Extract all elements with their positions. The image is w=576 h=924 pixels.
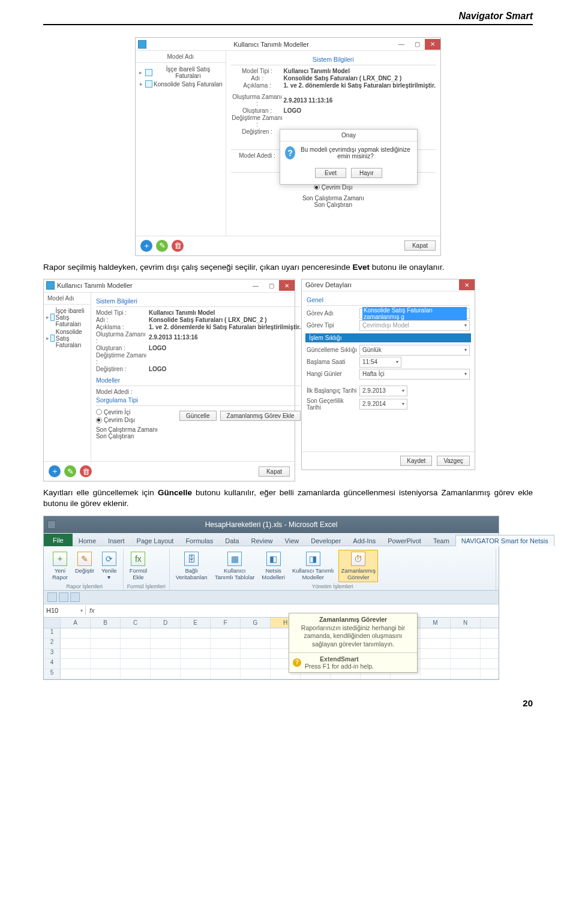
col-header[interactable]: E: [181, 618, 211, 628]
qat-redo-icon[interactable]: [70, 592, 80, 602]
row-header[interactable]: 2: [44, 639, 61, 648]
user-models-button[interactable]: ◨Kullanıcı Tanımlı Modeller: [290, 550, 337, 582]
row-header[interactable]: 4: [44, 659, 61, 669]
task-name-input[interactable]: Konsolide Satış Faturaları zamanlanmış g: [359, 308, 470, 319]
no-button[interactable]: Hayır: [351, 168, 382, 178]
excel-window: HesapHareketleri (1).xls - Microsoft Exc…: [43, 516, 499, 680]
cancel-button[interactable]: Vazgeç: [437, 456, 470, 466]
name-box[interactable]: H10▾: [44, 606, 86, 615]
value: 2.9.2013 11:13:16: [284, 97, 333, 104]
tab-navigator-smart[interactable]: NAVIGATOR Smart for Netsis: [455, 535, 554, 546]
refresh-button[interactable]: ⟳Yenile ▾: [99, 550, 119, 582]
tab-powerpivot[interactable]: PowerPivot: [382, 535, 427, 546]
delete-button[interactable]: 🗑: [80, 465, 92, 477]
col-header[interactable]: C: [121, 618, 151, 628]
start-time-combo[interactable]: 11:54▾: [359, 357, 401, 368]
label: İlk Başlangıç Tarihi: [307, 387, 359, 394]
tab-developer[interactable]: Developer: [305, 535, 347, 546]
row-header[interactable]: 5: [44, 669, 61, 679]
fx-icon: fx: [131, 552, 145, 566]
quick-access-bar-2: [44, 591, 499, 604]
tab-insert[interactable]: Insert: [102, 535, 131, 546]
connected-db-button[interactable]: 🗄Bağlı Veritabanları: [173, 550, 210, 582]
radio-offline[interactable]: Çevrim Dışı: [96, 417, 135, 423]
tab-frequency[interactable]: İşlem Sıklığı: [305, 333, 471, 342]
task-type-combo[interactable]: Çevrimdışı Model▾: [359, 320, 470, 331]
tree-item[interactable]: ▸İşçe ibareli Satış Faturaları: [137, 65, 224, 80]
maximize-button[interactable]: ▢: [409, 39, 425, 50]
tooltip-foot-title: ExtendSmart: [305, 655, 374, 663]
label: Oluşturan :: [231, 107, 284, 114]
col-header[interactable]: M: [421, 618, 451, 628]
model-icon: [145, 80, 152, 88]
delete-button[interactable]: 🗑: [172, 240, 184, 252]
minimize-button[interactable]: —: [394, 39, 409, 50]
tree-item[interactable]: ▸Konsolide Satış Faturaları: [137, 80, 224, 88]
days-combo[interactable]: Hafta İçi▾: [359, 369, 470, 380]
add-scheduled-task-button[interactable]: Zamanlanmış Görev Ekle: [220, 411, 301, 421]
label: Görev Adı: [307, 310, 359, 317]
tooltip-title: Zamanlanmış Görevler: [289, 613, 417, 624]
value: Kullanıcı Tanımlı Model: [284, 68, 350, 74]
minimize-button[interactable]: —: [248, 280, 263, 291]
qat-save-icon[interactable]: [47, 592, 57, 602]
row-header[interactable]: 1: [44, 628, 61, 638]
value: Konsolide Satış Faturaları ( LRX_DNC_2 ): [284, 75, 402, 82]
row-header[interactable]: 3: [44, 649, 61, 658]
col-header[interactable]: F: [211, 618, 241, 628]
col-header[interactable]: B: [91, 618, 121, 628]
tab-file[interactable]: File: [44, 534, 73, 546]
excel-title: HesapHareketleri (1).xls - Microsoft Exc…: [205, 520, 338, 529]
update-button[interactable]: Güncelle: [179, 411, 216, 421]
model-icon: [145, 69, 152, 76]
tab-formulas[interactable]: Formulas: [179, 535, 219, 546]
tab-pagelayout[interactable]: Page Layout: [131, 535, 180, 546]
sidebar: Model Adı ▸İşçe ibareli Satış Faturaları…: [44, 293, 91, 462]
scheduled-tasks-button[interactable]: ⏱Zamanlanmış Görevler: [338, 550, 378, 582]
add-button[interactable]: ＋: [140, 240, 152, 252]
close-button-footer[interactable]: Kapat: [404, 240, 436, 251]
worksheet-grid[interactable]: A B C D E F G H I J K L M N 1 2: [44, 618, 499, 679]
add-formula-button[interactable]: fxFormül Ekle: [127, 550, 150, 582]
tooltip-body: Raporlarınızın istediğiniz herhangi bir …: [289, 624, 417, 652]
close-button[interactable]: ✕: [425, 39, 440, 50]
edit-report-button[interactable]: ✎Değiştir: [73, 550, 97, 576]
edit-button[interactable]: ✎: [156, 240, 168, 252]
close-button[interactable]: ✕: [459, 279, 475, 290]
edit-button[interactable]: ✎: [64, 465, 76, 477]
tree-item[interactable]: ▸İşçe ibareli Satış Faturaları: [45, 307, 89, 328]
tab-home[interactable]: Home: [73, 535, 102, 546]
tab-data[interactable]: Data: [219, 535, 245, 546]
tab-review[interactable]: Review: [245, 535, 278, 546]
frequency-combo[interactable]: Günlük▾: [359, 345, 470, 356]
col-header[interactable]: G: [241, 618, 271, 628]
user-tables-button[interactable]: ▦Kullanıcı Tanımlı Tablolar: [212, 550, 257, 582]
col-header[interactable]: A: [61, 618, 91, 628]
netsis-models-button[interactable]: ◧Netsis Modelleri: [259, 550, 287, 582]
qat-undo-icon[interactable]: [59, 592, 68, 602]
tab-team[interactable]: Team: [427, 535, 455, 546]
tab-addins[interactable]: Add-Ins: [347, 535, 382, 546]
refresh-icon: ⟳: [102, 552, 116, 566]
close-button-footer[interactable]: Kapat: [259, 466, 290, 477]
tab-view[interactable]: View: [279, 535, 305, 546]
end-date-picker[interactable]: 2.9.2014▾: [359, 399, 407, 410]
add-button[interactable]: ＋: [49, 465, 61, 477]
radio-offline[interactable]: Çevrim Dışı: [314, 184, 353, 191]
select-all-corner[interactable]: [44, 618, 61, 628]
fx-icon[interactable]: fx: [86, 607, 98, 614]
chevron-icon: ▸: [138, 70, 144, 76]
new-report-button[interactable]: ＋Yeni Rapor: [50, 550, 70, 582]
col-header[interactable]: N: [451, 618, 481, 628]
close-button[interactable]: ✕: [279, 280, 295, 291]
window-title: Görev Detayları: [305, 281, 459, 288]
radio-online[interactable]: Çevrim İçi: [96, 409, 130, 416]
save-button[interactable]: Kaydet: [400, 456, 432, 466]
start-date-picker[interactable]: 2.9.2013▾: [359, 386, 407, 396]
tree-item[interactable]: ▸Konsolide Satış Faturaları: [45, 328, 89, 349]
yes-button[interactable]: Evet: [315, 168, 346, 178]
maximize-button[interactable]: ▢: [263, 280, 279, 291]
col-header[interactable]: D: [151, 618, 181, 628]
titlebar: Kullanıcı Tanımlı Modeller — ▢ ✕: [44, 279, 295, 293]
group-label: Formül İşlemleri: [127, 583, 166, 589]
